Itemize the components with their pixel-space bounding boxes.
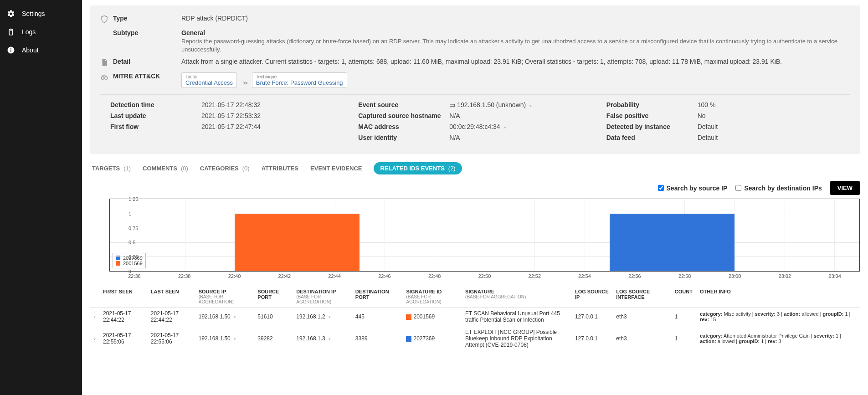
x-tick: 23:02 [779, 273, 791, 279]
detail-line: Detection time2021-05-17 22:48:32 [110, 101, 349, 108]
y-tick: 1 [128, 211, 131, 216]
detail-value: Attack from a single attacker. Current s… [181, 58, 850, 65]
detail-value: N/A [449, 134, 597, 141]
gear-icon [6, 9, 15, 18]
x-tick: 23:00 [729, 273, 741, 279]
tab-attributes[interactable]: ATTRIBUTES [262, 165, 298, 172]
detail-line: MAC address00:0c:29:48:c4:34 ▾ [358, 123, 597, 130]
detail-value: 2021-05-17 22:53:32 [201, 112, 349, 119]
col-header[interactable]: DESTINATION IP(BASE FOR AGGREGATION) [293, 286, 352, 308]
chevron-down-icon[interactable]: ▾ [234, 315, 236, 319]
detail-label: First flow [110, 123, 201, 130]
col-header[interactable]: LAST SEEN [147, 286, 195, 308]
detail-line: User identityN/A [358, 134, 597, 141]
col-header[interactable]: LOG SOURCE IP [571, 286, 612, 308]
tab-related-ids-events[interactable]: RELATED IDS EVENTS (2) [374, 162, 462, 174]
mitre-tactic-tag[interactable]: Tactic Credential Access [181, 72, 237, 88]
col-header[interactable]: SOURCE IP(BASE FOR AGGREGATION) [195, 286, 254, 308]
chevron-down-icon[interactable]: ▾ [529, 103, 532, 108]
col-header[interactable]: SIGNATURE(BASE FOR AGGREGATION) [462, 286, 571, 308]
y-tick: 0.25 [128, 254, 131, 260]
svg-point-3 [101, 77, 104, 79]
detail-line: Probability100 % [606, 101, 845, 108]
svg-rect-1 [10, 50, 11, 52]
info-icon [6, 46, 15, 55]
sidebar-item-label: Logs [22, 28, 36, 36]
detail-panel: Type RDP attack (RDPDICT) Subtype Genera… [90, 5, 860, 154]
shield-icon [100, 15, 110, 25]
detail-line: Data feedDefault [606, 134, 845, 141]
detail-label: Last update [110, 112, 201, 119]
sidebar-item-settings[interactable]: Settings [0, 5, 82, 23]
clipboard-icon [6, 27, 15, 36]
x-tick: 23:04 [828, 273, 841, 279]
detail-value: 00:0c:29:48:c4:34 ▾ [449, 123, 597, 130]
col-header[interactable]: FIRST SEEN [99, 286, 147, 308]
tab-targets[interactable]: TARGETS (1) [92, 165, 131, 172]
camera-icon: ▭ [449, 101, 455, 108]
detail-label: Event source [358, 101, 449, 108]
col-header[interactable]: SIGNATURE ID(BASE FOR AGGREGATION) [402, 286, 462, 308]
details-col-3: Probability100 %False positiveNoDetected… [602, 101, 850, 145]
sidebar-item-about[interactable]: About [0, 41, 82, 59]
sidebar-item-logs[interactable]: Logs [0, 23, 82, 41]
search-controls: Search by source IP Search by destinatio… [90, 181, 860, 195]
detail-label: Captured source hostname [358, 112, 449, 119]
tab-comments[interactable]: COMMENTS (0) [143, 165, 188, 172]
col-header[interactable]: DESTINATION PORT [352, 286, 403, 308]
x-tick: 22:52 [529, 273, 541, 279]
expand-row-icon[interactable]: › [94, 313, 96, 320]
mitre-technique-tag[interactable]: Technique Brute Force: Password Guessing [252, 72, 347, 88]
chevron-down-icon[interactable]: ▾ [234, 337, 236, 341]
x-tick: 22:56 [628, 273, 641, 279]
search-source-checkbox[interactable]: Search by source IP [658, 185, 728, 192]
ids-events-chart: 2027369 2001569 00.250.50.7511.25 [109, 199, 860, 272]
main-content: Type RDP attack (RDPDICT) Subtype Genera… [82, 0, 868, 395]
x-tick: 22:36 [128, 273, 141, 279]
detail-line: False positiveNo [606, 112, 845, 119]
detail-label: False positive [606, 112, 698, 119]
col-header[interactable]: SOURCE PORT [254, 286, 293, 308]
details-col-1: Detection time2021-05-17 22:48:32Last up… [100, 101, 354, 145]
chevron-down-icon[interactable]: ▾ [329, 337, 331, 341]
col-header[interactable]: OTHER INFO [696, 286, 860, 308]
sidebar: Settings Logs About [0, 0, 82, 395]
x-tick: 22:46 [378, 273, 391, 279]
mitre-label: MITRE ATT&CK [113, 72, 181, 80]
detail-value: 2021-05-17 22:47:44 [201, 123, 349, 130]
tab-categories[interactable]: CATEGORIES (0) [200, 165, 250, 172]
subtype-label: Subtype [113, 29, 181, 36]
search-dest-input[interactable] [735, 185, 741, 191]
view-button[interactable]: VIEW [830, 181, 860, 195]
detail-value: N/A [449, 112, 597, 119]
type-label: Type [113, 15, 181, 22]
chevron-right-icon: ≫ [242, 80, 248, 86]
sidebar-item-label: Settings [22, 10, 45, 17]
col-header[interactable]: COUNT [671, 286, 696, 308]
detail-label: User identity [358, 134, 449, 141]
search-source-input[interactable] [658, 185, 664, 191]
col-header[interactable]: LOG SOURCE INTERFACE [612, 286, 671, 308]
detail-line: Event source▭ 192.168.1.50 (unknown) ▾ [358, 101, 597, 108]
svg-point-4 [105, 77, 108, 79]
signature-color-swatch [406, 336, 411, 342]
sidebar-item-label: About [22, 46, 39, 54]
tabs: TARGETS (1)COMMENTS (0)CATEGORIES (0)ATT… [90, 162, 860, 174]
detail-value: 2021-05-17 22:48:32 [201, 101, 349, 108]
tab-event-evidence[interactable]: EVENT EVIDENCE [310, 165, 362, 172]
expand-row-icon[interactable]: › [94, 335, 96, 342]
document-icon [100, 58, 110, 68]
chevron-down-icon[interactable]: ▾ [329, 315, 331, 319]
detail-value: No [698, 112, 845, 119]
search-dest-checkbox[interactable]: Search by destination IPs [735, 185, 822, 192]
detail-value: Default [698, 134, 845, 141]
type-value: RDP attack (RDPDICT) [181, 15, 850, 22]
detail-label: MAC address [358, 123, 449, 130]
detail-value: ▭ 192.168.1.50 (unknown) ▾ [449, 101, 597, 108]
y-tick: 0.5 [128, 240, 131, 245]
y-tick: 1.25 [128, 196, 131, 202]
x-tick: 22:58 [678, 273, 691, 279]
chevron-down-icon[interactable]: ▾ [504, 125, 506, 130]
detail-label: Probability [606, 101, 698, 108]
x-tick: 22:50 [478, 273, 491, 279]
